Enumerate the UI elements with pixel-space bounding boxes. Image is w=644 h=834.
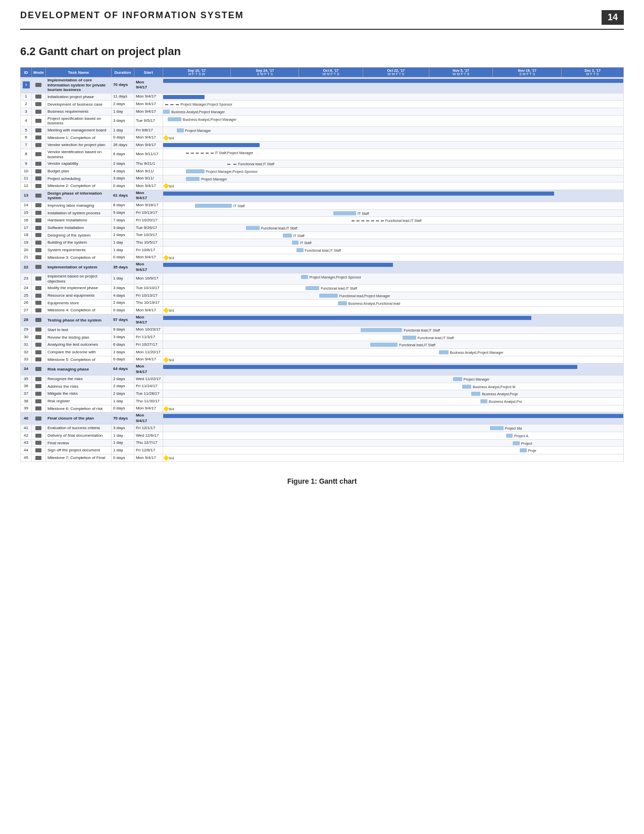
- row-id: 28: [21, 314, 32, 327]
- gantt-bar-cell: Functional lead,IT Staff: [163, 224, 623, 231]
- row-mode: [32, 261, 46, 273]
- row-duration: 2 days: [111, 390, 134, 398]
- row-id: 9: [21, 160, 32, 168]
- row-task-name: Implement based on project objectives: [45, 273, 111, 285]
- gantt-bar-cell: [163, 93, 623, 101]
- row-id: 34: [21, 363, 32, 376]
- row-start: Fri 9/8/17: [134, 127, 163, 134]
- col-header-nov19: Nov 19, '17S M F T S: [493, 68, 562, 77]
- row-task-name: Hardware installations: [45, 217, 111, 224]
- col-header-mode: Mode: [32, 68, 46, 77]
- mode-icon: [35, 119, 41, 123]
- row-duration: 1 day: [111, 439, 134, 447]
- milestone-diamond: [163, 308, 169, 313]
- row-mode: [32, 182, 46, 190]
- gantt-bar-cell: 9/4: [163, 307, 623, 314]
- row-duration: 9 days: [111, 326, 134, 334]
- row-task-name: Building of the system: [45, 239, 111, 247]
- milestone-diamond: [163, 255, 169, 260]
- row-mode: [32, 246, 46, 254]
- row-start: Mon9/4/17: [134, 314, 163, 327]
- gantt-bar-cell: 9/4: [163, 356, 623, 363]
- gantt-bar-cell: IT Staff: [163, 209, 623, 217]
- gantt-bar: [163, 414, 623, 418]
- row-id: 39: [21, 405, 32, 412]
- row-id: 15: [21, 209, 32, 217]
- row-start: Mon 9/4/17: [134, 108, 163, 116]
- mode-icon: [35, 255, 41, 259]
- row-task-name: Initialization project phase: [45, 93, 111, 101]
- gantt-bar: [296, 248, 304, 252]
- resource-label: Functional lead,IT Staff: [261, 226, 298, 230]
- row-id: 37: [21, 390, 32, 398]
- gantt-bar: [163, 316, 531, 320]
- row-task-name: Resource and equipments: [45, 292, 111, 299]
- row-duration: 70 days: [111, 77, 134, 94]
- row-start: Tue 11/28/17: [134, 390, 163, 398]
- gantt-bar: [283, 234, 292, 238]
- row-mode: [32, 134, 46, 142]
- row-duration: 3 days: [111, 115, 134, 126]
- row-mode: [32, 326, 46, 334]
- gantt-bar-cell: Business Analyst,Functional lead: [163, 299, 623, 307]
- gantt-bar: [333, 211, 357, 215]
- row-mode: [32, 202, 46, 209]
- row-mode: [32, 334, 46, 341]
- gantt-bar-cell: 9/4: [163, 405, 623, 412]
- row-id: 4: [21, 115, 32, 126]
- row-mode: [32, 175, 46, 182]
- row-id: 10: [21, 167, 32, 175]
- row-duration: 2 days: [111, 348, 134, 356]
- row-task-name: Implementation of system: [45, 261, 111, 273]
- row-duration: 4 days: [111, 167, 134, 175]
- resource-label: Functional lead,IT Staff: [399, 343, 435, 347]
- mode-icon: [35, 350, 41, 354]
- resource-label: Project Manager,Project Sponsor: [180, 102, 232, 107]
- row-task-name: Project specification based on business: [45, 115, 111, 126]
- mode-icon: [35, 399, 41, 403]
- row-id: 43: [21, 439, 32, 447]
- page-header: DEVELOPMENT OF INFORMATION SYSTEM 14: [20, 10, 624, 30]
- row-start: Fri 10/20/17: [134, 217, 163, 224]
- gantt-bar: [177, 128, 184, 132]
- row-mode: [32, 314, 46, 327]
- mode-icon: [35, 276, 41, 281]
- row-mode: [32, 190, 46, 202]
- mode-icon: [35, 416, 41, 421]
- row-task-name: Milestone 3: Completion of: [45, 254, 111, 261]
- resource-label: IT Staff: [293, 234, 304, 238]
- milestone-diamond: [163, 357, 169, 362]
- row-id: 18: [21, 231, 32, 239]
- gantt-bar-cell: Project Manager: [163, 175, 623, 182]
- row-mode: [32, 425, 46, 432]
- row-start: Mon 9/4/17: [134, 142, 163, 149]
- row-task-name: Mitigate the risks: [45, 390, 111, 398]
- col-header-start: Start: [134, 68, 163, 77]
- row-mode: [32, 363, 46, 376]
- row-id: 25: [21, 292, 32, 299]
- row-start: Thu 10/5/17: [134, 239, 163, 247]
- row-duration: 0 days: [111, 182, 134, 190]
- row-duration: 2 days: [111, 101, 134, 108]
- row-start: Mon9/4/17: [134, 77, 163, 94]
- col-header-id: ID: [21, 68, 32, 77]
- row-start: Fri 10/27/17: [134, 341, 163, 349]
- gantt-bar-cell: Business Analyst,Project M: [163, 383, 623, 390]
- gantt-bar-cell: IT Staff: [163, 239, 623, 247]
- row-duration: 1 day: [111, 246, 134, 254]
- figure-caption: Figure 1: Gantt chart: [20, 477, 624, 485]
- gantt-bar: [490, 426, 504, 430]
- gantt-bar: [163, 263, 393, 267]
- row-mode: [32, 224, 46, 231]
- mode-icon: [35, 426, 41, 430]
- row-task-name: Milestone 6: Completion of risk: [45, 405, 111, 412]
- gantt-bar-cell: Project Ma: [163, 425, 623, 432]
- row-start: Thu 12/7/17: [134, 439, 163, 447]
- gantt-bar-cell: [163, 363, 623, 376]
- row-id: 19: [21, 239, 32, 247]
- milestone-diamond: [163, 183, 169, 189]
- gantt-bar: [361, 328, 402, 332]
- mode-icon: [35, 367, 41, 371]
- row-start: Fri 10/13/17: [134, 209, 163, 217]
- gantt-bar-cell: Proje: [163, 447, 623, 454]
